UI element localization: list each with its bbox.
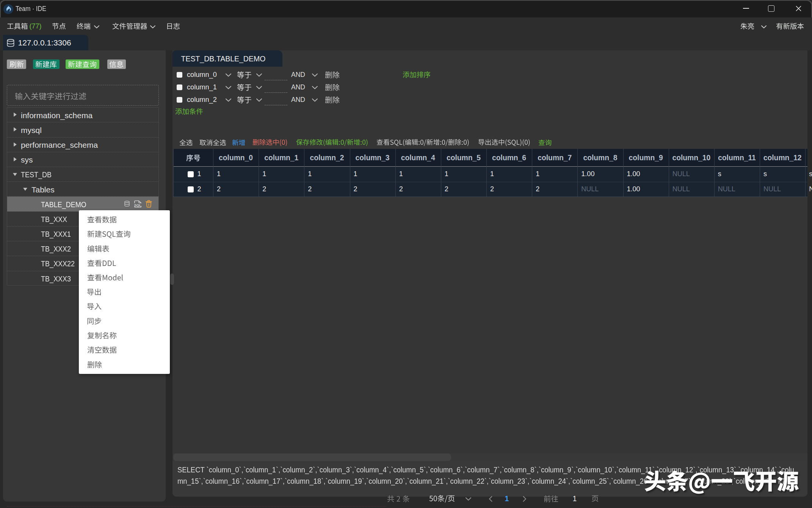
- svg-text:SQL: SQL: [134, 203, 141, 207]
